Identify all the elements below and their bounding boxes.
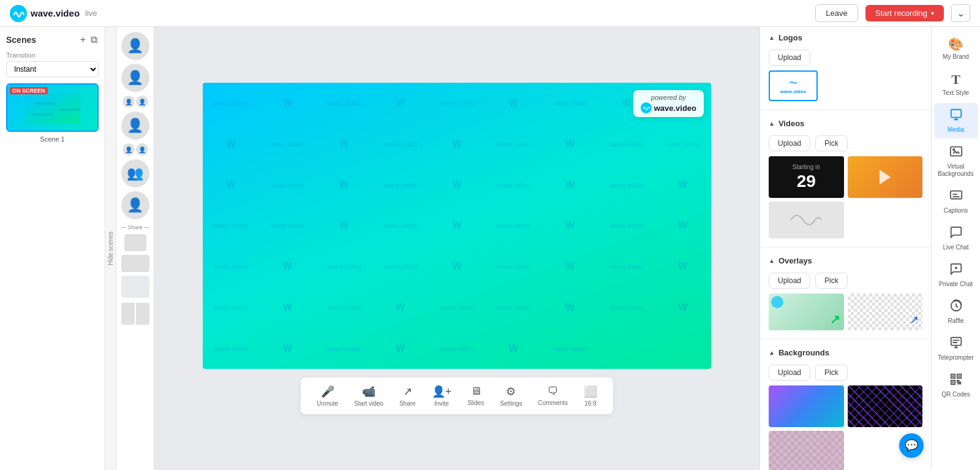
powered-by-badge: powered by wave.video	[633, 90, 704, 117]
guest-avatar-sm-2: 👤	[136, 96, 148, 108]
backgrounds-section-header[interactable]: ▲ Backgrounds	[760, 342, 931, 361]
sidebar-label-virtual-backgrounds: Virtual Backgrounds	[937, 163, 976, 178]
start-recording-button[interactable]: Start recording ▾	[865, 5, 944, 21]
powered-by-logo-text: wave.video	[654, 104, 696, 113]
bg-thumb-purple-blue[interactable]	[769, 385, 844, 427]
more-options-button[interactable]: ⌄	[951, 4, 970, 22]
sidebar-label-media: Media	[948, 126, 964, 134]
svg-rect-13	[951, 338, 961, 346]
video-thumb-empty[interactable]	[769, 202, 844, 238]
sidebar-item-my-brand[interactable]: 🎨 My Brand	[934, 32, 978, 66]
comments-icon: 🗨	[548, 385, 559, 398]
overlay-arrow-2-icon: ↗	[910, 313, 919, 327]
scene-1-thumbnail[interactable]: ON SCREEN wave.video wave.video wave.vid…	[6, 83, 99, 132]
unmute-button[interactable]: 🎤 Unmute	[311, 382, 344, 409]
divider-3	[760, 339, 931, 339]
bg-thumb-dark-lines[interactable]	[848, 385, 923, 427]
main-area: Scenes + ⧉ Transition Instant ON SCREEN …	[0, 27, 980, 470]
svg-rect-7	[951, 110, 961, 118]
sidebar-item-text-style[interactable]: T Text Style	[934, 67, 978, 102]
virtual-backgrounds-icon	[949, 145, 963, 161]
wave-preview-icon: 〜	[780, 78, 807, 89]
guest-avatar-sm-3: 👤	[123, 143, 135, 156]
sidebar-label-teleprompter: Teleprompter	[938, 354, 973, 362]
waveform-icon	[788, 208, 824, 232]
video-thumb-countdown[interactable]: Starting in 29	[769, 156, 844, 198]
overlays-upload-button[interactable]: Upload	[769, 273, 810, 289]
guest-slot-left	[121, 303, 135, 325]
guest-avatar-icon-5: 👤	[127, 197, 143, 213]
powered-by-text: powered by	[651, 94, 686, 101]
svg-rect-8	[950, 147, 961, 156]
leave-button[interactable]: Leave	[815, 4, 858, 22]
sidebar-label-live-chat: Live Chat	[943, 244, 968, 251]
logos-section-header[interactable]: ▲ Logos	[760, 27, 931, 46]
far-right-sidebar: 🎨 My Brand T Text Style Media	[931, 27, 980, 470]
logos-btn-row: Upload	[769, 50, 922, 66]
slides-icon: 🖥	[470, 385, 481, 398]
text-style-icon: T	[951, 72, 960, 88]
videos-section-title: Videos	[778, 119, 804, 128]
guest-avatar-3: 👤	[121, 112, 149, 140]
videos-grid: Starting in 29	[769, 156, 922, 238]
comments-button[interactable]: 🗨 Comments	[532, 382, 574, 409]
countdown-label: Starting in	[793, 164, 820, 170]
sidebar-item-teleprompter[interactable]: Teleprompter	[934, 331, 978, 366]
bg-thumb-texture[interactable]	[769, 431, 844, 470]
backgrounds-section-title: Backgrounds	[778, 348, 829, 357]
share-button[interactable]: ↗ Share	[393, 382, 422, 409]
sidebar-item-virtual-backgrounds[interactable]: Virtual Backgrounds	[934, 140, 978, 183]
settings-label: Settings	[500, 400, 522, 407]
overlays-pick-button[interactable]: Pick	[815, 273, 848, 289]
sidebar-label-qr-codes: QR Codes	[941, 391, 970, 398]
start-video-button[interactable]: 📹 Start video	[348, 382, 390, 409]
play-icon	[880, 170, 891, 184]
sidebar-item-live-chat[interactable]: Live Chat	[934, 221, 978, 256]
sidebar-item-qr-codes[interactable]: QR Codes	[934, 368, 978, 403]
logos-upload-button[interactable]: Upload	[769, 50, 810, 66]
logo-preview-item[interactable]: 〜 wave.video	[769, 70, 818, 101]
microphone-muted-icon: 🎤	[321, 385, 334, 398]
overlays-section-header[interactable]: ▲ Overlays	[760, 250, 931, 269]
slides-button[interactable]: 🖥 Slides	[461, 382, 490, 409]
video-thumb-play[interactable]	[848, 156, 923, 198]
sidebar-item-media[interactable]: Media	[934, 103, 978, 138]
svg-point-5	[641, 102, 652, 113]
guest-avatar-6	[121, 255, 149, 272]
sidebar-item-raffle[interactable]: Raffle	[934, 294, 978, 330]
videos-upload-button[interactable]: Upload	[769, 135, 810, 151]
copy-scene-button[interactable]: ⧉	[89, 33, 99, 47]
scenes-panel: Scenes + ⧉ Transition Instant ON SCREEN …	[0, 27, 105, 470]
sidebar-label-my-brand: My Brand	[943, 53, 969, 61]
app-title: wave.video	[31, 8, 80, 18]
powered-by-wave-icon	[641, 102, 652, 113]
overlays-section-title: Overlays	[778, 256, 812, 265]
divider-2	[760, 247, 931, 248]
divider-1	[760, 110, 931, 110]
invite-button[interactable]: 👤+ Invite	[426, 382, 458, 409]
guest-avatar-4: 👥	[121, 159, 149, 188]
logos-row: 〜 wave.video	[769, 70, 922, 101]
sidebar-item-captions[interactable]: Captions	[934, 184, 978, 219]
logos-section-title: Logos	[778, 33, 802, 42]
unmute-label: Unmute	[317, 400, 338, 407]
chat-fab-button[interactable]: 💬	[899, 433, 924, 458]
sidebar-item-private-chat[interactable]: Private Chat	[934, 257, 978, 293]
scenes-actions: + ⧉	[79, 33, 99, 47]
settings-button[interactable]: ⚙ Settings	[494, 382, 528, 409]
add-scene-button[interactable]: +	[79, 33, 87, 47]
overlay-thumb-green[interactable]: ↗	[769, 294, 844, 330]
svg-point-9	[952, 149, 954, 151]
ratio-button[interactable]: ⬜ 16:9	[578, 382, 603, 409]
overlay-thumb-checkered[interactable]: ↗	[848, 294, 923, 330]
videos-pick-button[interactable]: Pick	[815, 135, 848, 151]
wave-logo-icon	[10, 5, 27, 22]
private-chat-icon	[949, 262, 963, 279]
backgrounds-upload-button[interactable]: Upload	[769, 365, 810, 381]
captions-icon	[949, 189, 963, 205]
videos-section-header[interactable]: ▲ Videos	[760, 113, 931, 132]
transition-select[interactable]: Instant	[6, 61, 99, 77]
hide-scenes-toggle[interactable]: Hide scenes	[105, 27, 116, 470]
backgrounds-pick-button[interactable]: Pick	[815, 365, 848, 381]
powered-by-logo: wave.video	[641, 102, 696, 113]
